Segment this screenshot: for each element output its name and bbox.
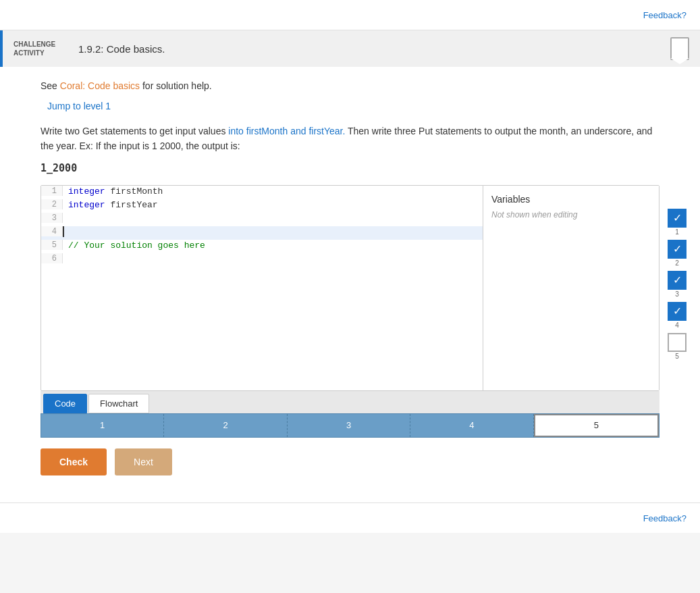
next-button[interactable]: Next xyxy=(115,448,172,475)
code-line-2: 2 integer firstYear xyxy=(41,199,483,213)
code-editor-container: 1 integer firstMonth 2 integer firstYear… xyxy=(41,185,659,391)
tab-flowchart[interactable]: Flowchart xyxy=(88,394,149,413)
code-lines: 1 integer firstMonth 2 integer firstYear… xyxy=(41,186,483,267)
tab-code[interactable]: Code xyxy=(43,394,87,413)
top-feedback-link[interactable]: Feedback? xyxy=(643,10,686,20)
code-area[interactable]: 1 integer firstMonth 2 integer firstYear… xyxy=(41,186,483,390)
code-line-4: 4 xyxy=(41,226,483,240)
code-line-3: 3 xyxy=(41,213,483,226)
bottom-feedback-bar: Feedback? xyxy=(0,502,700,533)
coral-link[interactable]: Coral: Code basics xyxy=(60,80,140,91)
progress-segment-1[interactable]: 1 xyxy=(41,414,164,437)
level-item-3[interactable]: ✓ 3 xyxy=(668,271,686,298)
challenge-title: 1.9.2: Code basics. xyxy=(78,43,670,55)
example-output: 1_2000 xyxy=(41,162,659,174)
bookmark-icon[interactable] xyxy=(670,37,689,60)
variables-panel: Variables Not shown when editing xyxy=(483,186,659,390)
description-text: Write two Get statements to get input va… xyxy=(41,124,659,154)
bottom-buttons: Check Next xyxy=(41,448,659,475)
level-badge-1[interactable]: ✓ xyxy=(668,209,686,228)
level-number-5: 5 xyxy=(675,353,679,360)
challenge-header: CHALLENGE ACTIVITY 1.9.2: Code basics. xyxy=(0,30,700,67)
progress-segment-5[interactable]: 5 xyxy=(534,414,659,437)
variables-title: Variables xyxy=(491,194,651,205)
challenge-activity-label: CHALLENGE ACTIVITY xyxy=(14,40,68,57)
level-item-1[interactable]: ✓ 1 xyxy=(668,209,686,236)
bottom-feedback-link[interactable]: Feedback? xyxy=(643,513,686,523)
check-button[interactable]: Check xyxy=(41,448,107,475)
jump-to-level-link[interactable]: Jump to level 1 xyxy=(41,101,659,111)
progress-segment-4[interactable]: 4 xyxy=(410,414,533,437)
code-line-6: 6 xyxy=(41,253,483,267)
level-number-1: 1 xyxy=(675,229,679,236)
level-number-2: 2 xyxy=(675,260,679,267)
top-feedback-bar: Feedback? xyxy=(0,0,700,30)
level-item-4[interactable]: ✓ 4 xyxy=(668,302,686,329)
progress-segment-3[interactable]: 3 xyxy=(288,414,410,437)
level-item-5[interactable]: 5 xyxy=(668,333,686,360)
code-line-5: 5 // Your solution goes here xyxy=(41,240,483,253)
level-indicators: ✓ 1 ✓ 2 ✓ 3 ✓ 4 5 xyxy=(668,209,686,360)
level-badge-3[interactable]: ✓ xyxy=(668,271,686,290)
progress-segment-2[interactable]: 2 xyxy=(164,414,287,437)
level-badge-4[interactable]: ✓ xyxy=(668,302,686,321)
see-coral-text: See Coral: Code basics for solution help… xyxy=(41,80,659,91)
level-item-2[interactable]: ✓ 2 xyxy=(668,240,686,267)
level-badge-5[interactable] xyxy=(668,333,686,352)
progress-bar: 1 2 3 4 5 xyxy=(41,413,659,438)
main-content: ✓ 1 ✓ 2 ✓ 3 ✓ 4 5 See Co xyxy=(0,67,700,502)
level-number-4: 4 xyxy=(675,322,679,329)
code-line-1: 1 integer firstMonth xyxy=(41,186,483,199)
level-badge-2[interactable]: ✓ xyxy=(668,240,686,259)
editor-tabs: Code Flowchart xyxy=(41,391,659,413)
variables-not-shown: Not shown when editing xyxy=(491,210,651,220)
level-number-3: 3 xyxy=(675,291,679,298)
